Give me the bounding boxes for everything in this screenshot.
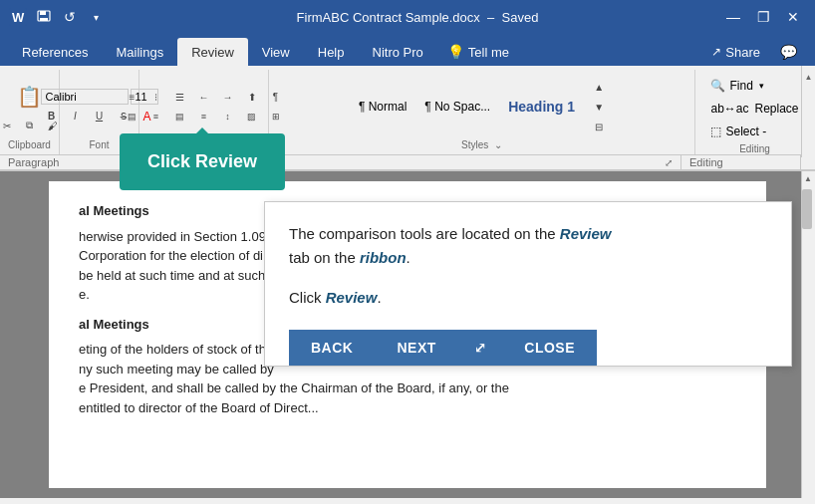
tab-comments[interactable]: 💬: [770, 38, 807, 66]
style-heading1[interactable]: Heading 1: [499, 77, 584, 136]
tab-mailings[interactable]: Mailings: [102, 38, 177, 66]
vertical-scrollbar[interactable]: ▲: [801, 171, 815, 498]
find-label: Find: [729, 79, 752, 93]
scroll-thumb[interactable]: [802, 189, 812, 229]
tab-tell-me[interactable]: 💡 Tell me: [437, 38, 519, 66]
tooltip-plain-2: tab on the: [289, 249, 360, 266]
ribbon-tab-bar: References Mailings Review View Help Nit…: [0, 34, 815, 66]
outline-button[interactable]: ☰: [169, 88, 191, 106]
decrease-indent-button[interactable]: ←: [193, 88, 215, 106]
navigation-buttons: BACK NEXT ⤢ CLOSE: [289, 330, 767, 366]
bold-button[interactable]: B: [41, 108, 63, 126]
underline-button[interactable]: U: [89, 108, 111, 126]
clipboard-label: Clipboard: [8, 137, 51, 154]
share-label: Share: [725, 45, 760, 60]
replace-label: Replace: [755, 102, 799, 116]
styles-scroll-down[interactable]: ▼: [588, 98, 610, 116]
svg-rect-4: [40, 18, 48, 21]
title-bar-icons: W ↺ ▾: [8, 7, 106, 27]
tab-references[interactable]: References: [8, 38, 102, 66]
sort-button[interactable]: ⬆: [241, 88, 263, 106]
tell-me-label: Tell me: [468, 45, 509, 60]
editing-label: Editing: [703, 141, 806, 158]
filename-text: FirmABC Contract Sample.docx: [297, 10, 480, 25]
document-area: al Meetings herwise provided in Section …: [0, 171, 815, 498]
replace-button[interactable]: ab↔ac Replace: [703, 99, 805, 119]
ribbon-scrollbar: ▲: [801, 66, 815, 157]
window-controls: — ❐ ✕: [719, 3, 807, 31]
align-center-button[interactable]: ≡: [145, 108, 167, 126]
callout-text: Click Review: [147, 151, 257, 171]
ribbon: Click Review 📋 ✂ ⧉ 🖌 Clipboard Calibri 1…: [0, 66, 815, 155]
styles-expand[interactable]: ⊟: [588, 118, 610, 135]
move-button[interactable]: ⤢: [458, 330, 503, 366]
italic-button[interactable]: I: [65, 108, 87, 126]
scroll-up-arrow[interactable]: ▲: [802, 171, 814, 185]
tooltip-popup: The comparison tools are located on the …: [264, 201, 792, 367]
styles-dialog-launcher[interactable]: ⤢: [665, 157, 673, 168]
cut-button[interactable]: ✂: [0, 117, 18, 134]
copy-button[interactable]: ⧉: [19, 117, 41, 134]
undo-icon[interactable]: ↺: [60, 7, 80, 27]
select-button[interactable]: ⬚ Select -: [703, 122, 805, 141]
tooltip-line3: Click Review.: [289, 286, 767, 310]
restore-button[interactable]: ❐: [749, 3, 777, 31]
title-bar: W ↺ ▾ FirmABC Contract Sample.docx – Sav…: [0, 0, 815, 34]
word-icon: W: [8, 7, 28, 27]
find-button[interactable]: 🔍 Find ▾: [703, 76, 805, 96]
saved-status: Saved: [502, 10, 539, 25]
doc-text-1-content: herwise provided in Section 1.09 Corpora…: [79, 229, 266, 303]
svg-text:W: W: [12, 10, 25, 25]
ribbon-group-styles: ¶ Normal ¶ No Spac... Heading 1 ▲ ▼ ⊟ St…: [269, 70, 695, 154]
ribbon-group-editing: 🔍 Find ▾ ab↔ac Replace ⬚ Select - Editin…: [695, 70, 815, 154]
click-review-callout: Click Review: [120, 133, 285, 190]
back-button[interactable]: BACK: [289, 330, 375, 366]
style-no-spacing[interactable]: ¶ No Spac...: [415, 77, 499, 136]
tooltip-click-review: Review: [326, 289, 378, 306]
close-button[interactable]: CLOSE: [502, 330, 597, 366]
styles-scroll-up[interactable]: ▲: [588, 78, 610, 96]
window-close-button[interactable]: ✕: [779, 3, 807, 31]
increase-indent-button[interactable]: →: [217, 88, 239, 106]
styles-content: ¶ Normal ¶ No Spac... Heading 1 ▲ ▼ ⊟: [350, 76, 614, 137]
styles-scroll: ▲ ▼ ⊟: [584, 78, 614, 135]
numbering-button[interactable]: ⁝: [145, 88, 167, 106]
tab-help[interactable]: Help: [304, 38, 359, 66]
svg-rect-3: [40, 11, 46, 15]
styles-label: Styles ⌄: [277, 137, 686, 154]
align-left-button[interactable]: ▤: [122, 108, 143, 126]
align-right-button[interactable]: ▤: [169, 108, 191, 126]
styles-expand-icon[interactable]: ⌄: [494, 139, 502, 150]
tooltip-ribbon-bold: ribbon: [360, 249, 407, 266]
minimize-button[interactable]: —: [719, 3, 747, 31]
tooltip-line1: The comparison tools are located on the …: [289, 222, 767, 246]
shading-button[interactable]: ▨: [241, 108, 263, 126]
tooltip-click-prefix: Click: [289, 289, 326, 306]
tab-review[interactable]: Review: [177, 38, 248, 66]
select-label: Select -: [725, 125, 766, 138]
tooltip-plain-1: The comparison tools are located on the: [289, 225, 560, 242]
tooltip-line2: tab on the ribbon.: [289, 246, 767, 270]
bullets-button[interactable]: ≡: [122, 88, 143, 106]
tab-view[interactable]: View: [248, 38, 304, 66]
save-icon[interactable]: [34, 7, 54, 27]
editing-content: 🔍 Find ▾ ab↔ac Replace ⬚ Select -: [703, 76, 805, 141]
style-normal[interactable]: ¶ Normal: [350, 77, 415, 136]
tab-share[interactable]: ↗ Share: [701, 38, 770, 66]
document-title: FirmABC Contract Sample.docx – Saved: [116, 10, 719, 25]
font-family-select[interactable]: Calibri: [41, 89, 129, 105]
ribbon-scroll-up[interactable]: ▲: [803, 70, 815, 84]
line-spacing-button[interactable]: ↕: [217, 108, 239, 126]
next-button[interactable]: NEXT: [375, 330, 457, 366]
tab-nitro[interactable]: Nitro Pro: [359, 38, 437, 66]
dropdown-icon[interactable]: ▾: [86, 7, 106, 27]
tooltip-review-bold: Review: [560, 225, 612, 242]
